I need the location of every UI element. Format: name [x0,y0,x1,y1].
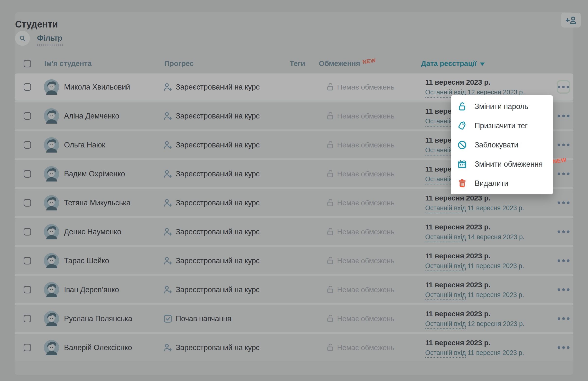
menu-item-label: Призначити тег [475,121,528,130]
trash-icon [457,178,467,189]
menu-item-label: Змінити обмеження [475,160,543,169]
row-context-menu: Змінити парольПризначити тегЗаблокуватиЗ… [451,95,553,194]
menu-item-label: Видалити [475,179,508,188]
unlock-icon [457,101,467,112]
menu-item-tag[interactable]: Призначити тег [451,116,553,135]
menu-item-block[interactable]: Заблокувати [451,135,553,155]
tag-icon [457,121,467,131]
calendar-icon [457,159,467,169]
menu-item-calendar[interactable]: Змінити обмеженняNEW [451,155,553,174]
menu-item-unlock[interactable]: Змінити пароль [451,97,553,116]
menu-item-label: Змінити пароль [475,102,528,111]
block-icon [457,140,467,150]
menu-item-label: Заблокувати [475,141,518,149]
menu-item-trash[interactable]: Видалити [451,174,553,193]
